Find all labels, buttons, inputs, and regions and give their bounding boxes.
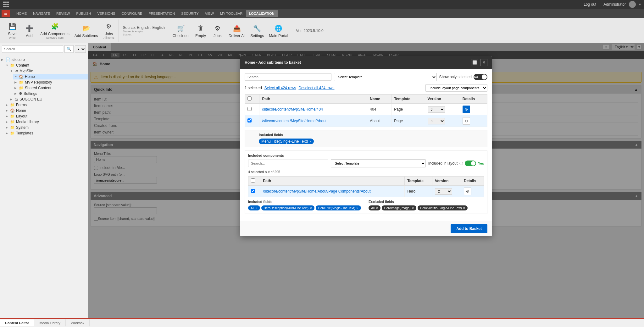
main-portal-label: Main Portal [269, 34, 288, 38]
tree-item-sitecore[interactable]: ▶ 📄 sitecore [0, 57, 88, 63]
dropdown-arrow[interactable]: ▾ [639, 2, 641, 7]
tree-item-templates[interactable]: ▶ 📁 Templates [4, 130, 88, 136]
menu-localization[interactable]: LOCALIZATION [246, 10, 278, 17]
tag-hero-desc-remove[interactable]: × [310, 206, 312, 210]
tag-all-exc[interactable]: All × [369, 205, 380, 210]
jobs-button[interactable]: ⚙ Jobs All Items [101, 20, 117, 41]
modal-template-select[interactable]: Select Template [334, 73, 437, 81]
row2-version-select[interactable]: 3 [428, 118, 445, 124]
row1-version-select[interactable]: 3 [428, 106, 445, 113]
jobs2-button[interactable]: ⚙ Jobs [210, 22, 225, 39]
modal-close-button[interactable]: ✕ [480, 59, 487, 66]
menu-security[interactable]: SECURITY [178, 10, 202, 17]
empty-label: Empty [195, 34, 206, 38]
tree-item-layout[interactable]: ▶ 📁 Layout [4, 113, 88, 119]
tag-all-inc[interactable]: All × [248, 205, 260, 210]
bottom-tab-content-editor[interactable]: Content Editor [0, 319, 34, 326]
menu-presentation[interactable]: PRESENTATION [145, 10, 178, 17]
tree-item-media[interactable]: ▶ 📁 Media Library [4, 119, 88, 125]
tree-item-home[interactable]: ▼ 🏠 Home [13, 74, 88, 79]
main-portal-button[interactable]: 🌐 Main Portal [267, 22, 290, 39]
modal-dialog: Home - Add subitems to basket ⬜ ✕ Select… [240, 56, 492, 236]
search-type-select[interactable]: ▾ [75, 45, 86, 53]
jobs-sub: All Items [103, 36, 114, 40]
add-subitems-button[interactable]: 📂 Add Subitems [73, 22, 100, 39]
sitecore-icon: 📄 [6, 57, 10, 62]
col-name: Name [367, 95, 391, 104]
comp-template-select[interactable]: Select Template [331, 159, 426, 167]
add-button[interactable]: ➕ Add [21, 22, 37, 39]
checkout-button[interactable]: 🛒 Check out [171, 22, 192, 39]
tag-hero-title-remove[interactable]: × [356, 206, 358, 210]
tree-label-home: Home [25, 74, 35, 79]
tree-item-sugcon[interactable]: ▶ 🗂 SUGCON EU [9, 96, 88, 102]
col-details: Details [460, 95, 487, 104]
tree-item-shared-content[interactable]: ▶ 📁 Shared Content [13, 85, 88, 91]
menu-home[interactable]: HOME [13, 10, 30, 17]
tag-hero-subtitle-remove[interactable]: × [463, 206, 465, 210]
tag-hero-subtitle[interactable]: HeroSubtitle(Single-Line Text) × [418, 205, 468, 210]
select-all-checkbox[interactable] [247, 96, 252, 101]
tree-item-home2[interactable]: ▶ 🏠 Home [4, 108, 88, 113]
logout-link[interactable]: Log out [584, 2, 596, 7]
menu-mytoolbar[interactable]: MY TOOLBAR [217, 10, 246, 17]
bottom-tab-workbox[interactable]: Workbox [66, 319, 90, 326]
comp-row1-detail-button[interactable]: ⊙ [464, 188, 471, 195]
row2-detail-button[interactable]: ⊙ [463, 117, 470, 125]
tag-menu-title-remove[interactable]: × [309, 139, 311, 143]
search-input[interactable] [2, 45, 63, 53]
deselect-all-link[interactable]: Deselect all 424 rows [298, 86, 334, 90]
add-components-button[interactable]: 🧩 Add Components Selected Item [38, 20, 71, 41]
settings-icon: 🔧 [253, 25, 261, 32]
comp-row1-path-link[interactable]: /sitecore/content/MvpSite/Home/About/Pag… [263, 189, 370, 193]
row2-path-link[interactable]: /sitecore/content/MvpSite/Home/About [262, 119, 326, 123]
comp-select-all-checkbox[interactable] [251, 178, 255, 183]
row2-checkbox[interactable] [247, 118, 252, 123]
tag-all-inc-remove[interactable]: × [255, 206, 257, 210]
grid-icon[interactable] [3, 2, 9, 7]
tag-hero-image-remove[interactable]: × [412, 206, 414, 210]
table-row: /sitecore/content/MvpSite/Home/About Abo… [245, 115, 487, 127]
modal-search-input[interactable] [245, 73, 331, 81]
tree-item-mvp-repo[interactable]: ▶ 📁 MVP Repository [13, 79, 88, 85]
tag-menu-title-text: Menu Title(Single-Line Text) [261, 139, 308, 144]
modal-maximize-button[interactable]: ⬜ [471, 59, 478, 66]
bottom-tab-media-library[interactable]: Media Library [34, 319, 66, 326]
menu-configure[interactable]: CONFIGURE [118, 10, 145, 17]
tree-item-mvpsite[interactable]: ▼ 🗂 MvpSite [9, 68, 88, 74]
comp-excluded-tags: All × HeroImage(Image) × HeroSubtitle(Si… [369, 205, 484, 210]
show-only-toggle[interactable]: No [474, 74, 487, 80]
comp-row1-checkbox[interactable] [251, 189, 255, 193]
tree-item-forms[interactable]: ▶ 📁 Forms [4, 102, 88, 108]
tag-hero-image[interactable]: HeroImage(Image) × [382, 205, 416, 210]
tag-all-exc-remove[interactable]: × [376, 206, 378, 210]
save-button[interactable]: 💾 Save Write [4, 20, 20, 41]
menu-review[interactable]: REVIEW [53, 10, 73, 17]
menu-navigate[interactable]: NAVIGATE [30, 10, 53, 17]
tag-hero-title[interactable]: HeroTitle(Single-Line Text) × [316, 205, 361, 210]
include-layout-select[interactable]: Include layout page components [425, 84, 487, 92]
row1-detail-button[interactable]: ⊙ [463, 106, 470, 113]
comp-search-input[interactable] [248, 160, 328, 167]
hamburger-menu[interactable]: ☰ [2, 10, 10, 17]
tree-arrow-shared: ▶ [14, 86, 18, 90]
menu-view[interactable]: VIEW [202, 10, 217, 17]
select-all-link[interactable]: Select all 424 rows [264, 86, 296, 90]
add-to-basket-button[interactable]: Add to Basket [451, 224, 487, 233]
search-button[interactable]: 🔍 [64, 45, 74, 53]
settings-button[interactable]: 🔧 Settings [248, 22, 266, 39]
menu-publish[interactable]: PUBLISH [73, 10, 94, 17]
tag-hero-desc[interactable]: HeroDescription(Multi-Line Text) × [261, 205, 314, 210]
deliver-all-button[interactable]: 📤 Deliver All [227, 22, 247, 39]
menu-versions[interactable]: VERSIONS [94, 10, 118, 17]
layout-toggle-switch[interactable] [465, 161, 476, 166]
tree-item-settings[interactable]: ▶ ⚙ Settings [13, 91, 88, 96]
row1-path-link[interactable]: /sitecore/content/MvpSite/Home/404 [262, 107, 323, 112]
selected-count: 1 selected [245, 86, 262, 90]
row1-checkbox[interactable] [247, 107, 252, 111]
tree-item-content[interactable]: ▼ 📁 Content [4, 63, 88, 68]
comp-row1-version-select[interactable]: 2 [435, 188, 452, 195]
empty-button[interactable]: 🗑 Empty [193, 22, 208, 39]
tag-menu-title[interactable]: Menu Title(Single-Line Text) × [259, 139, 314, 144]
tree-item-system[interactable]: ▶ 📁 System [4, 125, 88, 130]
